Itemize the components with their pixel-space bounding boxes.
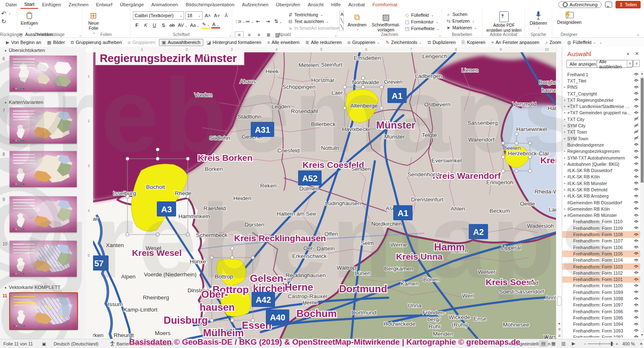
slide-editing-surface[interactable]: Regierungsbezirk Münster Kreis BorkenKre… [93, 52, 556, 339]
comments-icon[interactable] [605, 2, 612, 8]
ribbon-tab-acrobat[interactable]: Acrobat [345, 1, 369, 8]
zoom-slider[interactable] [588, 343, 614, 344]
toolbar-overflow-icon[interactable]: ⌄ [600, 41, 602, 44]
slide-thumbnail-10[interactable]: 10 [0, 240, 86, 279]
slide-title-box[interactable]: Regierungsbezirk Münster [96, 52, 244, 65]
selection-handle[interactable] [343, 106, 346, 110]
undo-button[interactable]: ↶⌄ [0, 9, 17, 17]
toolbar-kopieren[interactable]: ⎘Kopieren [459, 39, 488, 46]
expander-icon[interactable]: ▸ [562, 118, 567, 121]
selection-handle[interactable] [528, 142, 532, 145]
expander-icon[interactable]: ▸ [562, 98, 567, 102]
increase-font-button[interactable]: A˄ [204, 13, 212, 18]
paste-button[interactable]: 📋︎ Einfügen⌄ [17, 9, 42, 29]
expander-icon[interactable]: ▸ [562, 156, 567, 160]
selection-handle[interactable] [156, 157, 159, 160]
selection-item-sym-town[interactable]: ▸SYM Town [562, 135, 640, 142]
underline-button[interactable]: U [151, 22, 158, 28]
visibility-eye-icon[interactable] [632, 110, 640, 116]
smartart-button[interactable]: ⤷In SmartArt konvertieren [286, 25, 343, 31]
ribbon-tab-berg-nge[interactable]: Übergänge [116, 1, 148, 8]
slide-sorter-icon[interactable]: ▦ [549, 340, 558, 347]
change-case-button[interactable]: Aa⌄ [189, 22, 200, 28]
accessibility-status[interactable]: Barrierefreiheit: Untersuchen [110, 339, 173, 348]
toolbar-duplizieren[interactable]: ⧉Duplizieren [425, 39, 458, 46]
visibility-eye-icon[interactable] [632, 277, 640, 282]
ribbon-tab-formformat[interactable]: Formformat [369, 1, 401, 8]
dialog-launcher-icon[interactable]: ⌟ [439, 33, 441, 37]
visibility-eye-icon[interactable] [632, 149, 640, 154]
selection-handle[interactable] [501, 155, 505, 159]
visibility-eye-icon[interactable] [632, 232, 640, 237]
selection-handle[interactable] [343, 85, 346, 89]
expander-icon[interactable]: ▸ [562, 111, 567, 114]
redo-button[interactable]: ↻ [0, 17, 17, 25]
visibility-eye-icon[interactable] [632, 168, 640, 173]
visibility-eye-icon[interactable] [632, 251, 640, 256]
dialog-launcher-icon[interactable]: ⌟ [79, 33, 81, 37]
selection-item-bundeslandgrenze[interactable]: Bundeslandgrenze [562, 142, 640, 148]
dictate-button[interactable]: Diktieren⌄ [525, 9, 552, 29]
italic-button[interactable]: K [142, 22, 150, 28]
shape-outline-button[interactable]: ▢Formkontur⌄ [403, 18, 441, 25]
selection-item-txt-titel[interactable]: TXT_Titel [562, 77, 640, 84]
toolbar-hintergrund-formatieren[interactable]: ◪Hintergrund formatieren [204, 39, 264, 46]
selection-handle[interactable] [515, 142, 518, 145]
expander-icon[interactable]: ▸ [562, 188, 567, 191]
pane-scrollbar-thumb[interactable] [641, 78, 644, 183]
toolbar-alle-erweitern[interactable]: ≡Alle erweitern [265, 39, 302, 45]
dialog-launcher-icon[interactable]: ⌟ [335, 33, 336, 37]
slide-thumbnail-image[interactable] [9, 196, 77, 233]
collapse-ribbon-icon[interactable]: ⌄ [636, 32, 640, 36]
expander-icon[interactable]: ▸ [562, 85, 567, 89]
vertical-ruler[interactable]: 12345 [86, 52, 93, 339]
font-name-combobox[interactable]: Calibri (Textkörper)⌄ [133, 11, 184, 20]
selection-handle[interactable] [501, 142, 505, 145]
ribbon-tab-ansicht[interactable]: Ansicht [304, 1, 327, 8]
show-all-button[interactable]: Alle anzeigen [566, 60, 599, 68]
selection-item-lk-sk-rb-arnsberg[interactable]: ▸#LK-SK RB Arnsberg [562, 193, 640, 199]
selection-item-freihandform-form-1103[interactable]: Freihandform: Form 1103 [562, 263, 640, 270]
selection-item-gemeinden-rb-d-sseldorf[interactable]: #Gemeinden RB Düsseldorf [562, 199, 640, 206]
scrollbar-thumb[interactable] [557, 296, 561, 306]
selection-item-regierungsbezirksgrenzen[interactable]: ▸Regierungsbezirksgrenzen [562, 148, 640, 155]
text-shadow-button[interactable]: S [159, 22, 167, 28]
selection-handle[interactable] [528, 169, 532, 173]
select-button[interactable]: ➤Markieren⌄ [444, 24, 478, 31]
selection-item-freihandform-form-1107[interactable]: Freihandform: Form 1107 [562, 238, 640, 244]
section-header-vektorkarte-komplett[interactable]: ▸Vektorkarte KOMPLETT [5, 285, 60, 290]
ribbon-tab-zeichnen[interactable]: Zeichnen [65, 1, 92, 8]
visibility-eye-icon[interactable] [632, 322, 640, 327]
design-ideas-button[interactable]: Designideen [552, 9, 587, 25]
slide-thumbnail-6[interactable]: 6 [0, 55, 86, 94]
fit-to-window-icon[interactable]: ⌖ [640, 341, 643, 347]
dialog-launcher-icon[interactable]: ⌟ [229, 33, 231, 37]
selection-item-freihandform-form-1097[interactable]: Freihandform: Form 1097 [562, 302, 640, 308]
selection-handle[interactable] [156, 233, 159, 236]
shape-gallery[interactable]: A ╲ ╲ □ ○ ▭△ ⌐ ʃ ⇨ ⇩ ◠☆ ⌒ ∧ { } ☆ [339, 11, 344, 31]
selection-handle[interactable] [126, 157, 129, 160]
zoom-level[interactable]: 400 % [622, 341, 635, 346]
slide-thumbnail-image[interactable] [9, 55, 77, 92]
visibility-eye-icon[interactable] [632, 206, 640, 211]
selection-item-freihandform-form-1109[interactable]: Freihandform: Form 1109 [562, 225, 640, 231]
visibility-eye-icon[interactable] [632, 174, 640, 180]
selection-item-freihand-1[interactable]: Freihand 1 [562, 71, 640, 77]
selection-handle[interactable] [515, 132, 518, 136]
slide-counter[interactable]: Folie 11 von 11 [3, 339, 33, 348]
record-button[interactable]: Aufzeichnung [558, 1, 602, 8]
visibility-eye-icon[interactable] [632, 155, 640, 160]
selection-item-lk-sk-rb-m-nster[interactable]: ▸#LK-SK RB Münster [562, 180, 640, 186]
selection-item-sym-txt-autobahnnummern[interactable]: ▸SYM-TXT Autobahnnummern [562, 155, 640, 161]
map-graphic[interactable]: Regierungsbezirk Münster Kreis BorkenKre… [93, 52, 556, 339]
ribbon-tab-bildschirmpr-sentation[interactable]: Bildschirmpräsentation [182, 1, 238, 8]
selection-item-autobahnen-quelle-bkg[interactable]: ▸Autobahnen [Quelle: BKG] [562, 161, 640, 167]
visibility-eye-icon[interactable] [632, 283, 640, 289]
selection-item-gemeinden-rb-m-nster[interactable]: ◢#Gemeinden RB Münster [562, 212, 640, 219]
selection-handle[interactable] [380, 85, 383, 89]
selection-item-freihandform-form-1102[interactable]: Freihandform: Form 1102 [562, 270, 640, 276]
expander-icon[interactable]: ▸ [562, 175, 567, 178]
visibility-eye-icon[interactable] [632, 78, 640, 83]
selection-handle[interactable] [186, 233, 190, 236]
slide-thumbnail-11[interactable]: 11 [0, 292, 86, 331]
